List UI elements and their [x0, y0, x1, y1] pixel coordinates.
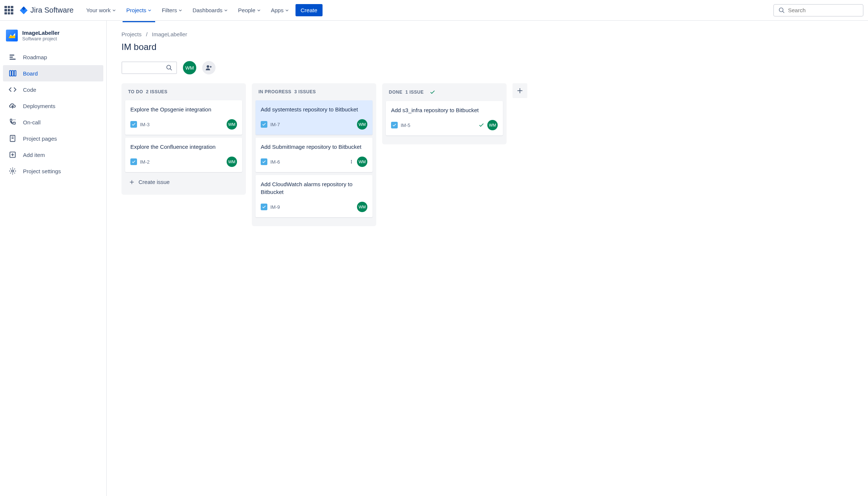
- task-type-icon: [261, 121, 267, 128]
- column-header[interactable]: IN PROGRESS 3 ISSUES: [256, 89, 373, 100]
- card-title: Add CloudWatch alarms repository to Bitb…: [261, 180, 367, 196]
- card-footer: IM-6 WM: [261, 157, 367, 167]
- add-person-icon: [205, 64, 213, 71]
- issue-card[interactable]: Add SubmitImage repository to Bitbucket …: [256, 138, 373, 172]
- svg-rect-7: [14, 71, 16, 76]
- board-filters: WM: [121, 61, 853, 74]
- settings-icon: [8, 167, 17, 175]
- svg-rect-3: [10, 57, 13, 58]
- card-right: WM: [227, 119, 237, 130]
- card-footer: IM-5 WM: [391, 120, 498, 130]
- sidebar-item-board[interactable]: Board: [3, 65, 103, 81]
- card-meta: IM-5: [391, 122, 410, 128]
- main-content: Projects / ImageLabeller IM board WM TO …: [107, 21, 868, 496]
- card-meta: IM-2: [130, 158, 150, 165]
- sidebar-item-project-pages[interactable]: Project pages: [3, 130, 103, 147]
- sidebar-item-label: Code: [23, 87, 36, 93]
- nav-item-label: Filters: [162, 7, 177, 13]
- create-issue-label: Create issue: [138, 179, 170, 185]
- breadcrumb: Projects / ImageLabeller: [121, 31, 853, 37]
- project-type: Software project: [22, 36, 60, 41]
- assignee-avatar[interactable]: WM: [487, 120, 498, 130]
- task-type-icon: [261, 204, 267, 210]
- card-right: WM: [478, 120, 498, 130]
- card-title: Add SubmitImage repository to Bitbucket: [261, 143, 367, 151]
- issue-card[interactable]: Add CloudWatch alarms repository to Bitb…: [256, 175, 373, 217]
- priority-icon: [349, 159, 354, 164]
- board-search[interactable]: [121, 61, 177, 74]
- svg-rect-5: [10, 71, 11, 76]
- nav-item-dashboards[interactable]: Dashboards: [189, 4, 231, 16]
- nav-item-apps[interactable]: Apps: [267, 4, 293, 16]
- product-logo[interactable]: Jira Software: [19, 6, 74, 15]
- card-title: Add systemtests repository to Bitbucket: [261, 105, 367, 113]
- search-icon: [166, 64, 173, 71]
- breadcrumb-current[interactable]: ImageLabeller: [152, 31, 187, 37]
- sidebar-item-project-settings[interactable]: Project settings: [3, 163, 103, 179]
- nav-item-your-work[interactable]: Your work: [83, 4, 120, 16]
- create-issue-button[interactable]: Create issue: [125, 175, 242, 189]
- issue-card[interactable]: Explore the Opsgenie integration IM-3 WM: [125, 100, 242, 135]
- create-button[interactable]: Create: [296, 4, 323, 16]
- sidebar-item-code[interactable]: Code: [3, 81, 103, 98]
- sidebar-item-roadmap[interactable]: Roadmap: [3, 49, 103, 65]
- nav-item-filters[interactable]: Filters: [158, 4, 186, 16]
- product-name: Jira Software: [30, 6, 74, 14]
- card-footer: IM-7 WM: [261, 119, 367, 130]
- column-header[interactable]: TO DO 2 ISSUES: [125, 89, 242, 100]
- roadmap-icon: [8, 53, 17, 61]
- nav-item-people[interactable]: People: [234, 4, 264, 16]
- nav-items: Your workProjectsFiltersDashboardsPeople…: [83, 4, 293, 16]
- svg-point-19: [167, 65, 171, 69]
- svg-point-9: [14, 120, 15, 120]
- sidebar-item-label: Add item: [23, 152, 45, 158]
- page-title: IM board: [121, 42, 853, 52]
- svg-point-0: [779, 8, 783, 12]
- svg-line-1: [782, 11, 784, 13]
- nav-item-label: Apps: [271, 7, 284, 13]
- issue-card[interactable]: Add s3_infra repository to Bitbucket IM-…: [386, 101, 503, 135]
- task-type-icon: [391, 122, 398, 128]
- column-in-progress: IN PROGRESS 3 ISSUES Add systemtests rep…: [252, 83, 376, 226]
- column-header[interactable]: DONE 1 ISSUE: [386, 89, 503, 101]
- card-title: Explore the Confluence integration: [130, 143, 237, 151]
- task-type-icon: [130, 121, 137, 128]
- assignee-filter-avatar[interactable]: WM: [183, 61, 196, 74]
- global-search[interactable]: [773, 4, 864, 17]
- project-header[interactable]: ImageLabeller Software project: [0, 30, 106, 49]
- plus-icon: [129, 179, 135, 185]
- issue-key: IM-6: [270, 159, 280, 165]
- issue-card[interactable]: Add systemtests repository to Bitbucket …: [256, 100, 373, 135]
- issue-key: IM-7: [270, 122, 280, 127]
- board-search-input[interactable]: [126, 65, 166, 71]
- nav-item-projects[interactable]: Projects: [123, 4, 155, 16]
- column-name: TO DO: [128, 89, 143, 94]
- card-footer: IM-3 WM: [130, 119, 237, 130]
- nav-item-label: Projects: [126, 7, 146, 13]
- sidebar-item-deployments[interactable]: Deployments: [3, 98, 103, 114]
- card-meta: IM-3: [130, 121, 150, 128]
- sidebar-item-add-item[interactable]: Add item: [3, 147, 103, 163]
- nav-item-label: Dashboards: [193, 7, 223, 13]
- add-column-button[interactable]: [513, 83, 527, 98]
- svg-point-28: [351, 162, 352, 163]
- project-icon: [6, 30, 18, 41]
- nav-item-label: Your work: [86, 7, 111, 13]
- assignee-avatar[interactable]: WM: [357, 157, 367, 167]
- svg-point-21: [207, 65, 209, 68]
- assignee-avatar[interactable]: WM: [357, 202, 367, 212]
- sidebar-item-on-call[interactable]: On-call: [3, 114, 103, 130]
- global-search-input[interactable]: [788, 7, 858, 13]
- nav-item-label: People: [238, 7, 256, 13]
- issue-card[interactable]: Explore the Confluence integration IM-2 …: [125, 138, 242, 172]
- apps-switcher-icon[interactable]: [4, 6, 13, 15]
- assignee-avatar[interactable]: WM: [227, 119, 237, 130]
- breadcrumb-root[interactable]: Projects: [121, 31, 141, 37]
- svg-rect-2: [10, 55, 14, 56]
- assignee-avatar[interactable]: WM: [227, 157, 237, 167]
- chevron-down-icon: [148, 9, 151, 12]
- card-footer: IM-2 WM: [130, 157, 237, 167]
- add-people-button[interactable]: [202, 61, 216, 74]
- done-check-icon: [430, 89, 435, 95]
- assignee-avatar[interactable]: WM: [357, 119, 367, 130]
